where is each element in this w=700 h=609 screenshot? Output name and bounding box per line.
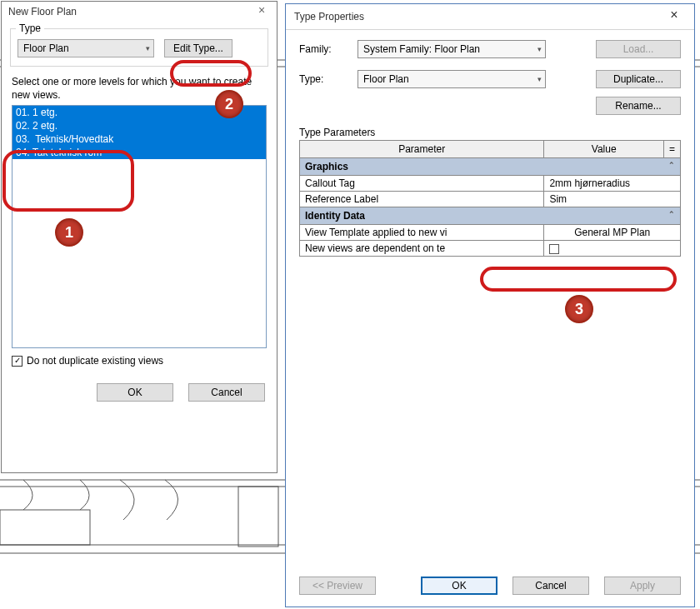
type-combo-value: Floor Plan [23,42,69,54]
type-parameters-label: Type Parameters [299,127,681,138]
value-view-template[interactable]: General MP Plan [544,225,681,241]
type-combo-value: Floor Plan [363,73,409,85]
collapse-icon[interactable]: ⌃ [668,210,675,218]
param-dependent-views: New views are dependent on te [300,241,544,257]
close-icon[interactable]: × [252,5,272,18]
param-reference-label: Reference Label [300,192,544,207]
list-item[interactable]: 03. Teknisk/Hovedtak [12,132,266,146]
type-label: Type: [299,73,349,85]
levels-listbox[interactable]: 01. 1 etg. 02. 2 etg. 03. Teknisk/Hovedt… [12,105,267,348]
family-combo-value: System Family: Floor Plan [363,43,480,55]
value-callout-tag[interactable]: 2mm hjørneradius [544,176,681,192]
type-combo[interactable]: Floor Plan ▾ [18,39,154,57]
group-graphics[interactable]: Graphics ⌃ [300,158,681,176]
dialog-title: New Floor Plan [8,6,77,17]
rename-button[interactable]: Rename... [596,97,681,115]
chevron-down-icon: ▾ [538,75,542,83]
dialog-title: Type Properties [294,11,364,22]
close-icon[interactable]: × [658,8,691,25]
apply-button: Apply [604,577,681,595]
chevron-down-icon: ▾ [538,45,542,53]
edit-type-button[interactable]: Edit Type... [164,39,232,57]
type-properties-dialog: Type Properties × Family: System Family:… [285,3,695,607]
collapse-icon[interactable]: ⌃ [668,161,675,169]
new-floor-plan-dialog: New Floor Plan × Type Floor Plan ▾ Edit … [1,1,278,473]
ok-button[interactable]: OK [97,383,173,402]
group-identity-data[interactable]: Identity Data ⌃ [300,207,681,225]
list-item[interactable]: 04. Tak teknisk rom [12,146,266,159]
cancel-button[interactable]: Cancel [188,383,265,402]
svg-rect-7 [238,487,278,547]
cancel-button[interactable]: Cancel [512,577,589,595]
value-reference-label[interactable]: Sim [544,192,681,207]
duplicate-button[interactable]: Duplicate... [596,70,681,88]
ok-button[interactable]: OK [421,577,498,595]
param-view-template: View Template applied to new vi [300,225,544,241]
col-equals[interactable]: = [663,141,680,158]
col-parameter[interactable]: Parameter [300,141,544,158]
group-identity-label: Identity Data [305,210,365,222]
type-combo[interactable]: Floor Plan ▾ [358,70,546,88]
type-group-label: Type [16,22,44,34]
dependent-checkbox[interactable] [549,244,559,254]
family-label: Family: [299,43,349,55]
value-dependent-views[interactable] [544,241,681,257]
instruction-text: Select one or more levels for which you … [12,75,267,102]
param-callout-tag: Callout Tag [300,176,544,192]
type-parameters-table: Parameter Value = Graphics ⌃ Callout Tag… [299,140,681,257]
group-graphics-label: Graphics [305,161,348,172]
list-item[interactable]: 01. 1 etg. [12,106,266,119]
load-button: Load... [596,40,681,58]
type-group: Type Floor Plan ▾ Edit Type... [10,28,268,67]
svg-rect-6 [0,510,90,545]
no-duplicate-checkbox[interactable]: ✓ [12,356,22,367]
chevron-down-icon: ▾ [146,44,150,52]
list-item[interactable]: 02. 2 etg. [12,119,266,132]
no-duplicate-label: Do not duplicate existing views [27,355,163,367]
family-combo[interactable]: System Family: Floor Plan ▾ [358,40,546,58]
col-value[interactable]: Value [544,141,664,158]
preview-button[interactable]: << Preview [299,577,376,595]
